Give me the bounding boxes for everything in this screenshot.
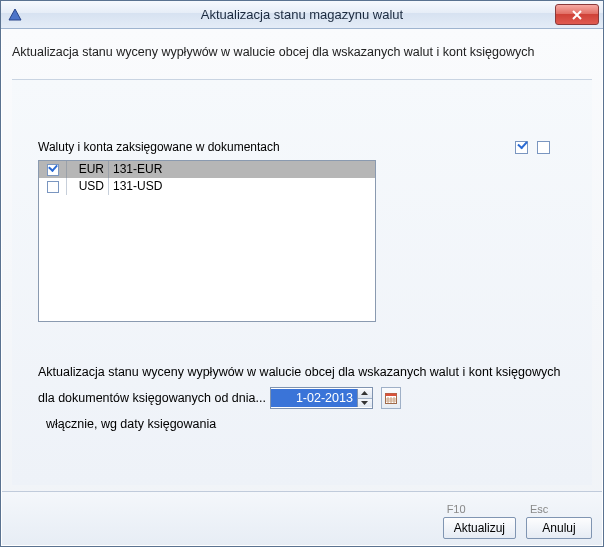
- window-title: Aktualizacja stanu magazynu walut: [1, 7, 603, 22]
- svg-marker-2: [361, 401, 368, 405]
- spin-up-button[interactable]: [358, 389, 372, 399]
- date-spinner: [357, 389, 372, 407]
- select-all-checkbox[interactable]: [515, 141, 528, 154]
- row-checkbox[interactable]: [47, 164, 59, 176]
- ok-shortcut-hint: F10: [443, 503, 466, 515]
- main-panel: Waluty i konta zaksięgowane w dokumentac…: [12, 79, 592, 485]
- intro-text: Aktualizacja stanu wyceny wypływów w wal…: [12, 45, 592, 59]
- svg-marker-1: [361, 391, 368, 395]
- cancel-shortcut-hint: Esc: [526, 503, 548, 515]
- date-prefix: dla dokumentów księgowanych od dnia...: [38, 387, 266, 409]
- content-area: Aktualizacja stanu wyceny wypływów w wal…: [2, 29, 602, 545]
- date-line: dla dokumentów księgowanych od dnia...: [38, 387, 566, 435]
- table-row[interactable]: EUR 131-EUR: [39, 161, 375, 178]
- date-field: [270, 387, 373, 409]
- close-icon: [571, 10, 583, 20]
- cell-currency: EUR: [67, 161, 109, 178]
- date-input[interactable]: [271, 389, 357, 407]
- update-button[interactable]: Aktualizuj: [443, 517, 516, 539]
- app-delta-icon: [7, 7, 23, 23]
- calendar-icon: [385, 392, 397, 404]
- button-bar: F10 Aktualizuj Esc Anuluj: [2, 491, 602, 545]
- svg-rect-4: [385, 394, 396, 397]
- svg-marker-0: [9, 9, 21, 20]
- deselect-all-checkbox[interactable]: [537, 141, 550, 154]
- table-row[interactable]: USD 131-USD: [39, 178, 375, 195]
- row-checkbox[interactable]: [47, 181, 59, 193]
- lower-text-block: Aktualizacja stanu wyceny wypływów w wal…: [38, 361, 566, 435]
- currency-account-grid[interactable]: EUR 131-EUR USD 131-USD: [38, 160, 376, 322]
- cell-account: 131-EUR: [109, 161, 375, 178]
- table-caption-row: Waluty i konta zaksięgowane w dokumentac…: [38, 140, 566, 158]
- cell-currency: USD: [67, 178, 109, 195]
- cell-account: 131-USD: [109, 178, 375, 195]
- calendar-button[interactable]: [381, 387, 401, 409]
- spin-down-button[interactable]: [358, 399, 372, 408]
- titlebar: Aktualizacja stanu magazynu walut: [1, 1, 603, 29]
- close-button[interactable]: [555, 4, 599, 25]
- lower-line1: Aktualizacja stanu wyceny wypływów w wal…: [38, 361, 566, 383]
- date-suffix: włącznie, wg daty księgowania: [46, 413, 216, 435]
- cancel-button[interactable]: Anuluj: [526, 517, 592, 539]
- dialog-window: Aktualizacja stanu magazynu walut Aktual…: [0, 0, 604, 547]
- table-caption: Waluty i konta zaksięgowane w dokumentac…: [38, 140, 280, 154]
